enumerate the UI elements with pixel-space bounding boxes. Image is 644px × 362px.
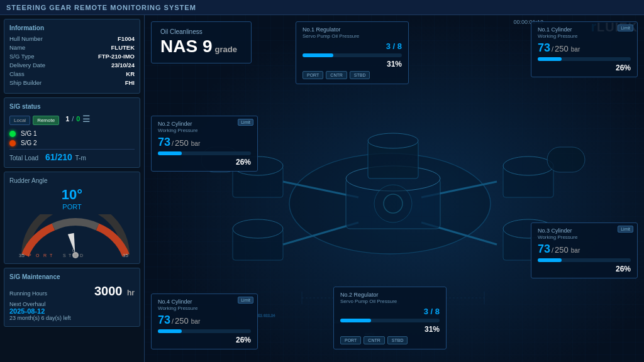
oil-nas-value: NAS 9 (160, 36, 212, 57)
cyl1-value: 73 (538, 41, 550, 55)
header-title: STEERING GEAR REMOTE MONITORING SYSTEM (6, 4, 196, 11)
cyl1-progress-fill (538, 57, 562, 61)
svg-text:O: O (36, 253, 40, 258)
sg-type-label: S/G Type (9, 53, 34, 60)
cyl4-limit: 250 (175, 316, 189, 326)
cyl2-progress-bg (158, 151, 251, 155)
reg2-fraction: 3 / 8 (424, 307, 440, 316)
sg2-row: S/G 2 (9, 140, 135, 146)
sg-fraction-den: 0 (76, 115, 80, 123)
reg1-port-btn[interactable]: PORT (303, 71, 323, 79)
hull-number-label: Hull Number (9, 35, 43, 42)
cyl2-unit: bar (191, 140, 200, 147)
delivery-date-value: 23/10/24 (111, 62, 135, 69)
name-value: FLUTEK (111, 44, 135, 51)
rudder-gauge-svg: 35 35 P O R T S T B D 0 (16, 214, 135, 258)
reg1-buttons: PORT CNTR STBD (303, 71, 402, 79)
name-row: Name FLUTEK (9, 44, 135, 51)
cylinder2-limit-badge: Limit (238, 119, 253, 126)
reg2-stbd-btn[interactable]: STBD (387, 336, 408, 344)
reg2-percent: 31% (340, 325, 440, 334)
reg1-title: No.1 Regulator (303, 26, 402, 33)
cyl3-progress-fill (538, 258, 562, 262)
cyl1-progress-bg (538, 57, 631, 61)
reg2-cntr-btn[interactable]: CNTR (364, 336, 384, 344)
mode-selector: Local Remote 1 / 0 ☰ (9, 114, 135, 126)
sg-fraction-num: 1 (65, 115, 69, 123)
sg1-label: S/G 1 (21, 130, 37, 137)
reg1-stbd-btn[interactable]: STBD (350, 71, 370, 79)
overhaul-label: Next Overhaul (9, 301, 135, 307)
cylinder2-panel: Limit No.2 Cylinder Working Pressure 73 … (151, 116, 258, 172)
reg1-percent: 31% (303, 60, 402, 69)
total-load-unit: T-m (75, 155, 86, 162)
ship-builder-label: Ship Builder (9, 79, 42, 86)
svg-text:0: 0 (72, 248, 75, 253)
cylinder1-panel: Limit No.1 Cylinder Working Pressure 73 … (531, 21, 638, 77)
cyl2-subtitle: Working Pressure (158, 128, 251, 133)
sg-type-row: S/G Type FTP-210-IMO (9, 53, 135, 60)
cyl2-limit: 250 (175, 138, 189, 148)
reg1-fraction: 3 / 8 (386, 41, 402, 51)
cyl2-value: 73 (158, 136, 170, 149)
remote-mode-button[interactable]: Remote (33, 116, 59, 125)
cylinder3-limit-badge: Limit (618, 226, 633, 233)
reg2-title: No.2 Regulator (340, 292, 440, 298)
svg-text:T: T (50, 253, 53, 258)
svg-text:P: P (28, 253, 31, 258)
cyl4-value: 73 (158, 314, 170, 327)
cyl3-subtitle: Working Pressure (538, 234, 631, 240)
running-hours-label: Running Hours (9, 290, 47, 297)
total-load-label: Total Load (9, 155, 38, 162)
rudder-direction: PORT (9, 203, 135, 211)
oil-title: Oil Cleanliness (160, 28, 242, 35)
sg-type-value: FTP-210-IMO (98, 53, 135, 60)
reg2-progress-bg (340, 319, 440, 322)
cyl1-unit: bar (571, 46, 580, 53)
sidebar: Information Hull Number F1004 Name FLUTE… (0, 15, 145, 362)
total-load-row: Total Load 61/210 T-m (9, 152, 135, 162)
cyl3-percent: 26% (538, 265, 631, 273)
svg-text:35: 35 (123, 253, 128, 258)
cyl3-limit: 250 (555, 245, 569, 255)
rudder-label: Rudder Angle (9, 177, 135, 184)
header: STEERING GEAR REMOTE MONITORING SYSTEM (0, 0, 644, 15)
cyl2-percent: 26% (158, 158, 251, 167)
svg-text:35: 35 (19, 253, 25, 258)
local-mode-button[interactable]: Local (9, 116, 30, 125)
reg1-progress-fill (303, 53, 333, 57)
cyl1-percent: 26% (538, 63, 631, 72)
cyl4-subtitle: Working Pressure (158, 305, 251, 311)
main-area: Ø 342212 E1 922.24 E000045 PATH rLUIEK 0… (145, 15, 644, 362)
maintenance-title: S/G Maintenance (9, 273, 135, 280)
overhaul-left: 23 month(s) 6 day(s) left (9, 315, 135, 321)
overhaul-date: 2025-08-12 (9, 307, 135, 315)
reg1-cntr-btn[interactable]: CNTR (326, 71, 347, 79)
reg2-port-btn[interactable]: PORT (340, 336, 361, 344)
ship-builder-value: FHI (125, 79, 135, 86)
cylinder4-limit-badge: Limit (238, 297, 253, 304)
sg-fraction-sep: / (72, 115, 74, 123)
oil-unit: grade (214, 45, 236, 54)
class-value: KR (126, 70, 135, 77)
cyl3-unit: bar (571, 247, 580, 254)
svg-point-38 (384, 194, 402, 213)
cyl1-subtitle: Working Pressure (538, 33, 631, 39)
rudder-panel: Rudder Angle 10° PORT (4, 172, 140, 264)
svg-text:T: T (69, 253, 72, 258)
name-label: Name (9, 44, 25, 51)
cyl2-progress-fill (158, 151, 182, 155)
oil-cleanliness-panel: Oil Cleanliness NAS 9 grade (151, 21, 252, 63)
cyl2-title: No.2 Cylinder (158, 121, 251, 127)
cyl4-progress-bg (158, 329, 251, 333)
hours-number: 3000 (94, 284, 123, 298)
delivery-date-label: Delivery Date (9, 62, 45, 69)
cyl3-value: 73 (538, 243, 550, 256)
cyl4-unit: bar (191, 318, 200, 325)
cyl4-progress-fill (158, 329, 182, 333)
cylinder3-panel: Limit No.3 Cylinder Working Pressure 73 … (531, 222, 638, 278)
rudder-gauge: 35 35 P O R T S T B D 0 (16, 214, 129, 258)
svg-point-20 (233, 219, 283, 238)
svg-text:R: R (43, 253, 47, 258)
svg-text:E1 922.24: E1 922.24 (258, 314, 275, 317)
